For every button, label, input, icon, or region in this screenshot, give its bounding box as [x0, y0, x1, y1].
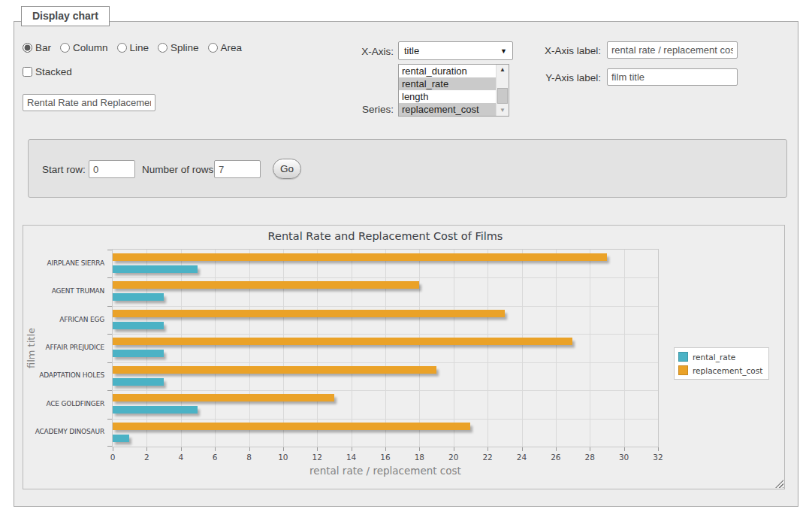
gridline [113, 334, 658, 335]
gridline [113, 362, 658, 363]
x-tick-label: 28 [575, 453, 605, 462]
chart-type-radio-bar[interactable] [23, 43, 32, 53]
y-tick-mark [107, 250, 112, 250]
x-tick-label: 32 [643, 453, 673, 462]
x-tick-label: 0 [98, 453, 128, 462]
xaxis-select-value: title [404, 45, 419, 56]
row-range-panel: Start row: Number of rows: Go [28, 139, 787, 198]
chart-type-label: Column [73, 42, 108, 53]
gridline [385, 250, 386, 447]
y-category-label: AGENT TRUMAN [23, 287, 104, 295]
series-option-replacement_cost[interactable]: replacement_cost [399, 103, 496, 116]
bar-replacement_cost [113, 423, 470, 430]
xaxis-select[interactable]: title ▼ [398, 41, 513, 60]
series-scrollbar[interactable]: ▲ ▼ [496, 65, 509, 116]
x-tick-mark [283, 447, 284, 451]
x-tick-mark [556, 447, 557, 451]
x-axis-title: rental rate / replacement cost [112, 465, 659, 477]
gridline [113, 419, 658, 420]
chart-type-group: BarColumnLineSplineArea [23, 42, 242, 53]
chart-type-option-spline[interactable]: Spline [158, 42, 199, 53]
chart-type-option-line[interactable]: Line [117, 42, 149, 53]
xaxis-label-input[interactable] [607, 41, 738, 59]
y-tick-mark [107, 390, 112, 391]
stacked-checkbox[interactable] [23, 67, 32, 77]
series-option-rental_rate[interactable]: rental_rate [399, 77, 496, 90]
resize-handle-icon[interactable] [775, 480, 783, 488]
chart-type-option-bar[interactable]: Bar [23, 42, 51, 53]
chart-type-radio-line[interactable] [117, 43, 127, 53]
x-tick-mark [146, 447, 147, 451]
gridline [146, 250, 147, 447]
gridline [181, 250, 182, 447]
series-option-rental_duration[interactable]: rental_duration [399, 65, 496, 77]
y-tick-mark [107, 306, 112, 307]
chart-title-input[interactable] [23, 94, 155, 111]
go-button[interactable]: Go [273, 159, 301, 179]
bar-replacement_cost [113, 310, 505, 317]
bar-rental_rate [113, 293, 164, 301]
scroll-up-icon[interactable]: ▲ [497, 65, 509, 75]
legend-row: replacement_cost [678, 365, 762, 375]
legend-swatch-replacement_cost [678, 365, 688, 375]
gridline [624, 250, 625, 447]
legend-label: rental_rate [693, 353, 735, 362]
stacked-option[interactable]: Stacked [23, 66, 72, 77]
chart-type-label: Line [130, 42, 149, 53]
x-tick-mark [249, 447, 250, 451]
stacked-label: Stacked [35, 66, 72, 77]
legend-label: replacement_cost [693, 366, 762, 375]
start-row-input[interactable] [89, 160, 135, 178]
bar-rental_rate [113, 350, 164, 357]
x-tick-label: 30 [609, 453, 639, 462]
gridline [352, 250, 352, 447]
num-rows-input[interactable] [214, 160, 261, 178]
gridline [556, 250, 557, 447]
x-tick-label: 12 [302, 453, 332, 462]
bar-replacement_cost [113, 394, 334, 401]
bar-replacement_cost [113, 281, 419, 289]
yaxis-label-input[interactable] [607, 68, 738, 86]
y-tick-mark [107, 362, 112, 363]
series-listbox[interactable]: rental_durationrental_ratelengthreplacem… [398, 64, 509, 117]
y-tick-mark [107, 334, 112, 335]
gridline [522, 250, 523, 447]
y-tick-mark [107, 277, 112, 278]
y-category-label: AFRICAN EGG [23, 316, 104, 323]
chart-type-radio-column[interactable] [60, 43, 70, 53]
x-tick-mark [385, 447, 386, 451]
chart-type-radio-area[interactable] [208, 43, 218, 53]
x-tick-mark [522, 447, 523, 451]
x-tick-label: 4 [166, 453, 196, 462]
chart-type-label: Spline [171, 42, 199, 53]
gridline [317, 250, 318, 447]
x-tick-mark [624, 447, 625, 451]
x-tick-label: 2 [131, 453, 161, 462]
gridline [113, 306, 658, 307]
chart-type-option-column[interactable]: Column [60, 42, 108, 53]
chevron-down-icon: ▼ [500, 47, 507, 55]
x-tick-label: 14 [337, 453, 367, 462]
bar-rental_rate [113, 265, 198, 273]
gridline [419, 250, 420, 447]
chart-type-option-area[interactable]: Area [208, 42, 243, 53]
x-tick-label: 26 [541, 453, 571, 462]
chart-type-radio-spline[interactable] [158, 43, 168, 53]
bar-replacement_cost [113, 338, 572, 345]
gridline [590, 250, 590, 447]
series-list-label: Series: [341, 104, 394, 115]
gridline [113, 390, 658, 391]
gridline [488, 250, 488, 447]
scroll-down-icon[interactable]: ▼ [497, 105, 509, 116]
chart-title: Rental Rate and Replacement Cost of Film… [112, 230, 659, 242]
chart-legend: rental_ratereplacement_cost [674, 347, 769, 380]
series-option-length[interactable]: length [399, 90, 496, 103]
panel-title-tab[interactable]: Display chart [21, 6, 110, 26]
series-listbox-options: rental_durationrental_ratelengthreplacem… [399, 65, 496, 116]
y-category-label: ACADEMY DINOSAUR [23, 428, 104, 435]
x-tick-mark [658, 447, 659, 451]
bar-replacement_cost [113, 366, 436, 374]
x-tick-mark [352, 447, 352, 451]
scrollbar-thumb[interactable] [497, 88, 508, 104]
chart-type-label: Bar [35, 42, 51, 53]
